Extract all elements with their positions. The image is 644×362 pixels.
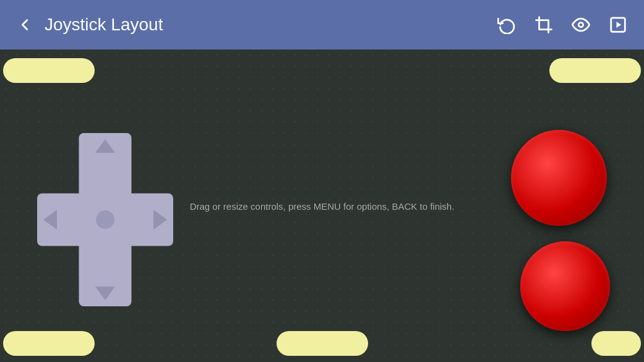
pill-bottom-left[interactable] — [3, 331, 95, 356]
back-arrow-icon — [15, 15, 34, 34]
dpad-arrow-right — [153, 210, 167, 230]
instruction-text: Drag or resize controls, press MENU for … — [190, 200, 455, 211]
dpad-arrow-left — [43, 210, 57, 230]
svg-marker-2 — [617, 22, 622, 28]
dpad-arrow-down — [95, 287, 115, 300]
eye-icon — [572, 15, 590, 34]
svg-point-0 — [578, 22, 583, 27]
action-button-1[interactable] — [511, 130, 607, 226]
pill-top-left[interactable] — [3, 58, 95, 83]
dpad-arrow-up — [95, 139, 115, 153]
undo-icon — [497, 15, 516, 34]
pill-bottom-center[interactable] — [277, 331, 368, 356]
back-button[interactable] — [10, 10, 40, 40]
game-canvas: Drag or resize controls, press MENU for … — [0, 50, 644, 362]
eye-button[interactable] — [565, 9, 597, 41]
page-title: Joystick Layout — [45, 15, 163, 35]
pill-bottom-right[interactable] — [591, 331, 641, 356]
play-icon — [609, 15, 627, 34]
play-button[interactable] — [602, 9, 634, 41]
header: Joystick Layout — [0, 0, 644, 50]
dpad-center-dot — [96, 210, 114, 229]
dpad-control[interactable] — [37, 133, 173, 306]
crop-icon — [535, 15, 553, 34]
crop-button[interactable] — [528, 9, 560, 41]
action-button-2[interactable] — [520, 241, 610, 331]
pill-top-right[interactable] — [549, 58, 641, 83]
header-actions — [491, 9, 634, 41]
undo-button[interactable] — [491, 9, 523, 41]
